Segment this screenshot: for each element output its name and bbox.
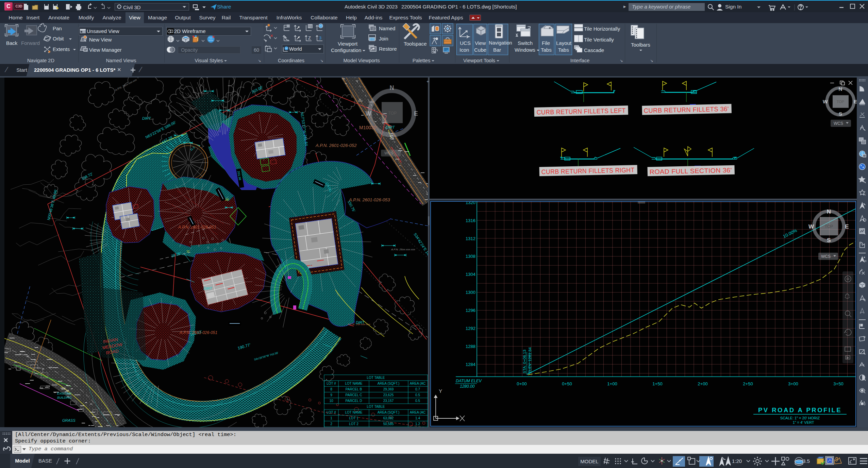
- svg-text:1296: 1296: [466, 308, 475, 313]
- svg-text:0+00: 0+00: [517, 381, 527, 386]
- svg-text:3+00: 3+00: [788, 381, 798, 386]
- svg-text:N: N: [390, 84, 394, 91]
- svg-text:ELEV: 1281.84: ELEV: 1281.84: [528, 347, 532, 373]
- svg-text:0.7: 0.7: [415, 387, 420, 391]
- svg-text:EXISTING: EXISTING: [57, 392, 71, 395]
- svg-text:1308: 1308: [466, 254, 475, 259]
- svg-text:S: S: [390, 134, 394, 141]
- svg-text:1304: 1304: [466, 272, 475, 277]
- svg-text:LOT 2: LOT 2: [349, 422, 358, 426]
- svg-text:DIRT: DIRT: [203, 286, 213, 290]
- svg-text:DIRT: DIRT: [386, 125, 395, 129]
- svg-text:WCS: WCS: [821, 254, 831, 259]
- svg-text:WCS: WCS: [834, 121, 843, 126]
- svg-text:2+50: 2+50: [743, 381, 753, 386]
- svg-text:50,585: 50,585: [383, 422, 394, 426]
- svg-text:29,369: 29,369: [383, 387, 394, 391]
- svg-text:S: S: [839, 111, 842, 117]
- svg-text:PV ROAD A PROFILE: PV ROAD A PROFILE: [758, 406, 842, 414]
- svg-text:3+50: 3+50: [833, 381, 843, 386]
- svg-text:A.P.N. 2601-026-052: A.P.N. 2601-026-052: [315, 143, 357, 148]
- svg-text:1288: 1288: [466, 344, 475, 349]
- svg-text:AREA (AC: AREA (AC: [410, 411, 426, 414]
- svg-text:9: 9: [330, 393, 332, 397]
- svg-text:LOT 1: LOT 1: [349, 416, 358, 420]
- svg-text:TOP: TOP: [825, 224, 833, 229]
- svg-text:1284: 1284: [466, 362, 475, 367]
- svg-text:23,157: 23,157: [383, 399, 394, 403]
- svg-text:LOT #: LOT #: [327, 411, 336, 414]
- svg-text:E: E: [845, 223, 849, 230]
- svg-text:23,625: 23,625: [383, 393, 394, 397]
- svg-text:W: W: [808, 223, 814, 230]
- svg-text:S: S: [827, 237, 831, 244]
- svg-text:STA: 0+06.13: STA: 0+06.13: [522, 350, 527, 373]
- svg-text:LOT TABLE: LOT TABLE: [367, 376, 385, 380]
- svg-text:E: E: [854, 99, 857, 104]
- svg-text:0.5: 0.5: [415, 399, 420, 403]
- svg-text:Y: Y: [439, 388, 442, 394]
- svg-text:A.P.N. 2601-026-051: A.P.N. 2601-026-051: [178, 225, 216, 230]
- svg-text:2+00: 2+00: [698, 381, 707, 386]
- svg-text:BUILDING: BUILDING: [57, 396, 72, 399]
- svg-text:AREA (SQFT.): AREA (SQFT.): [378, 411, 399, 414]
- svg-text:GRASS: GRASS: [62, 418, 76, 422]
- svg-text:W: W: [366, 110, 371, 117]
- svg-text:1.4: 1.4: [415, 416, 420, 420]
- svg-text:0.5: 0.5: [415, 393, 420, 397]
- svg-text:1: 1: [330, 416, 332, 420]
- svg-text:PARCEL B: PARCEL B: [346, 387, 362, 391]
- svg-text:SCALE: 1" = 20' HORIZ: SCALE: 1" = 20' HORIZ: [780, 416, 820, 420]
- svg-text:11': 11': [186, 250, 190, 253]
- svg-text:63,082: 63,082: [383, 416, 394, 420]
- svg-text:25': 25': [225, 198, 229, 201]
- svg-text:1316: 1316: [466, 218, 475, 223]
- svg-text:AREA (AC: AREA (AC: [410, 382, 426, 385]
- svg-text:N: N: [827, 208, 831, 215]
- svg-text:W: W: [823, 99, 828, 104]
- svg-text:AREA (SQFT.): AREA (SQFT.): [378, 382, 399, 385]
- svg-text:DIRT: DIRT: [142, 116, 151, 120]
- svg-text:1+50: 1+50: [652, 381, 662, 386]
- svg-text:10: 10: [329, 399, 333, 403]
- svg-text:3: 3: [319, 35, 321, 40]
- svg-text:A.P.N. 2601-026-053: A.P.N. 2601-026-053: [349, 197, 390, 202]
- svg-text:A: A: [864, 193, 866, 196]
- svg-text:PARCEL C: PARCEL C: [346, 393, 362, 397]
- svg-text:1+00: 1+00: [607, 381, 617, 386]
- svg-text:E: E: [414, 110, 418, 117]
- svg-text:LOT NAME: LOT NAME: [345, 411, 363, 414]
- svg-text:A.P.N. 26xx-xxx-xxx: A.P.N. 26xx-xxx-xxx: [391, 248, 416, 251]
- svg-text:8: 8: [330, 387, 332, 391]
- svg-text:TOP: TOP: [837, 100, 844, 104]
- svg-text:1312: 1312: [466, 236, 475, 241]
- svg-text:1280.00: 1280.00: [460, 384, 475, 389]
- svg-text:Z: Z: [308, 35, 311, 40]
- svg-text:LOT TABLE: LOT TABLE: [367, 405, 385, 408]
- svg-text:LOT NAME: LOT NAME: [345, 382, 363, 385]
- svg-text:M10030: M10030: [359, 125, 377, 130]
- svg-text:TOP: TOP: [388, 111, 397, 116]
- svg-text:0+50: 0+50: [562, 381, 572, 386]
- svg-text:1320: 1320: [466, 202, 475, 205]
- svg-text:2: 2: [330, 422, 332, 426]
- svg-text:1292: 1292: [466, 326, 475, 331]
- svg-text:1300: 1300: [466, 290, 475, 295]
- svg-text:WCS: WCS: [384, 151, 393, 155]
- svg-text:DATUM ELEV: DATUM ELEV: [456, 379, 482, 383]
- svg-text:PARCEL D: PARCEL D: [346, 399, 362, 403]
- svg-text:A.P.N. 2601-026-051: A.P.N. 2601-026-051: [179, 330, 217, 335]
- svg-text:1.2: 1.2: [415, 422, 420, 426]
- svg-text:LOT #: LOT #: [327, 382, 336, 385]
- svg-text:N: N: [839, 86, 842, 92]
- svg-text:1" = 4' VERT: 1" = 4' VERT: [793, 420, 814, 424]
